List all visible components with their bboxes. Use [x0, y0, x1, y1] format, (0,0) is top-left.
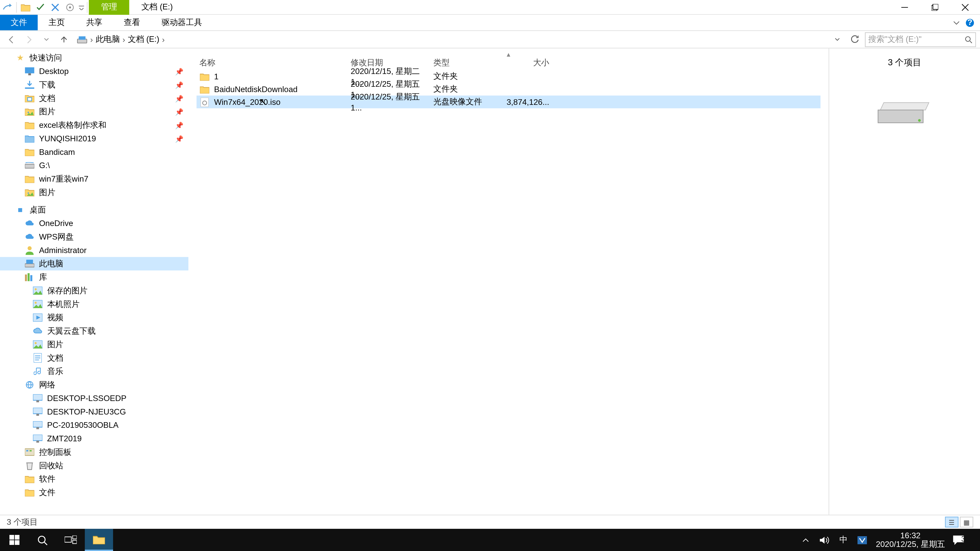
app-icon[interactable] — [0, 0, 15, 14]
qat-customize-dropdown[interactable] — [77, 4, 86, 10]
navigation-row: 此电脑 文档 (E:) 搜索"文档 (E:)" — [0, 31, 980, 48]
breadcrumb-root-icon[interactable] — [75, 35, 89, 44]
tree-item-label: 库 — [39, 272, 47, 283]
svg-rect-35 — [36, 427, 39, 429]
tree-qa-item[interactable]: YUNQISHI2019📌 — [0, 132, 188, 145]
search-input[interactable]: 搜索"文档 (E:)" — [865, 32, 976, 47]
tree-files-folder[interactable]: 文件 — [0, 486, 188, 499]
tree-qa-item[interactable]: 文档📌 — [0, 92, 188, 105]
tree-network-computer[interactable]: DESKTOP-NJEU3CG — [0, 405, 188, 419]
column-header-row: 名称 修改日期 类型 大小 — [197, 55, 821, 70]
tree-library-item[interactable]: 音乐 — [0, 365, 188, 378]
tree-qa-item[interactable]: 图片📌 — [0, 105, 188, 118]
forward-button[interactable] — [21, 32, 36, 47]
back-button[interactable] — [4, 32, 19, 47]
ribbon-tab-share[interactable]: 共享 — [75, 15, 113, 30]
ime-indicator[interactable]: 中 — [838, 534, 849, 546]
file-name: BaiduNetdiskDownload — [214, 84, 298, 94]
column-header-name[interactable]: 名称 — [197, 57, 348, 68]
navigation-tree[interactable]: ★ 快速访问 Desktop📌下载📌文档📌图片📌excel表格制作求和📌YUNQ… — [0, 48, 188, 515]
refresh-button[interactable] — [847, 35, 862, 44]
tree-network[interactable]: 网络 — [0, 378, 188, 392]
tree-desktop-item[interactable]: Administrator — [0, 244, 188, 257]
qat-folder-icon[interactable] — [18, 0, 33, 14]
qat-check-icon[interactable] — [33, 0, 48, 14]
desktop-icon: ■ — [15, 205, 25, 215]
tree-network-computer[interactable]: ZMT2019 — [0, 432, 188, 445]
breadcrumb-current[interactable]: 文档 (E:) — [127, 34, 161, 45]
qat-gear-icon[interactable] — [62, 0, 77, 14]
file-row[interactable]: 12020/12/15, 星期二 1...文件夹 — [197, 70, 821, 83]
tree-desktop-item[interactable]: WPS网盘 — [0, 230, 188, 244]
ribbon-tab-home[interactable]: 主页 — [38, 15, 76, 30]
tree-network-computer[interactable]: DESKTOP-LSSOEDP — [0, 392, 188, 405]
tree-qa-item[interactable]: Desktop📌 — [0, 65, 188, 78]
tree-desktop-item[interactable]: 此电脑 — [0, 257, 188, 270]
tree-item-label: PC-20190530OBLA — [47, 421, 119, 430]
tree-item-label: 下载 — [39, 79, 55, 91]
folder-icon — [24, 487, 35, 498]
action-center-icon[interactable]: 3 — [953, 535, 964, 545]
file-list[interactable]: ▲ 名称 修改日期 类型 大小 12020/12/15, 星期二 1...文件夹… — [188, 48, 829, 515]
tray-overflow-icon[interactable] — [800, 537, 811, 543]
recent-dropdown[interactable] — [39, 32, 54, 47]
ribbon-tab-drive-tools[interactable]: 驱动器工具 — [151, 15, 213, 30]
close-button[interactable] — [950, 0, 980, 14]
folder-icon — [24, 173, 35, 184]
volume-icon[interactable] — [819, 536, 830, 544]
tree-qa-item[interactable]: 图片 — [0, 186, 188, 199]
tree-library-item[interactable]: 保存的图片 — [0, 284, 188, 297]
start-button[interactable] — [0, 529, 28, 551]
breadcrumb-history-dropdown[interactable] — [831, 37, 843, 42]
qat-close-blue-icon[interactable] — [48, 0, 62, 14]
up-button[interactable] — [57, 32, 72, 47]
help-icon[interactable]: ? — [965, 18, 975, 27]
breadcrumb-this-pc[interactable]: 此电脑 — [94, 34, 121, 45]
tree-control-panel[interactable]: 控制面板 — [0, 445, 188, 459]
task-view-button[interactable] — [57, 529, 85, 551]
video-lib-icon — [32, 312, 43, 323]
tree-qa-item[interactable]: Bandicam — [0, 145, 188, 159]
contextual-manage-tab[interactable]: 管理 — [89, 0, 129, 14]
tree-ctrlpanel-label: 控制面板 — [39, 446, 72, 458]
tree-library-item[interactable]: 本机照片 — [0, 297, 188, 311]
file-row[interactable]: BaiduNetdiskDownload2020/12/25, 星期五 1...… — [197, 83, 821, 95]
tree-recycle-bin[interactable]: 回收站 — [0, 459, 188, 472]
maximize-button[interactable] — [920, 0, 950, 14]
drive-blue-icon — [24, 160, 35, 171]
breadcrumb[interactable]: 此电脑 文档 (E:) — [74, 32, 845, 47]
ribbon-tab-view[interactable]: 查看 — [113, 15, 151, 30]
ribbon-expand-icon[interactable] — [953, 19, 960, 26]
tree-software-folder[interactable]: 软件 — [0, 472, 188, 486]
tree-qa-item[interactable]: G:\ — [0, 159, 188, 172]
view-large-icons-button[interactable]: ▦ — [960, 516, 974, 527]
minimize-button[interactable] — [889, 0, 920, 14]
ribbon-tab-file[interactable]: 文件 — [0, 15, 38, 30]
tree-quick-access[interactable]: ★ 快速访问 — [0, 51, 188, 65]
svg-rect-16 — [25, 264, 35, 267]
cloud-blue-icon — [24, 231, 35, 242]
taskbar-clock[interactable]: 16:32 2020/12/25, 星期五 — [876, 531, 945, 549]
column-header-size[interactable]: 大小 — [498, 57, 552, 68]
view-details-button[interactable]: ☰ — [945, 516, 959, 527]
column-header-type[interactable]: 类型 — [431, 57, 498, 68]
tree-item-label: WPS网盘 — [39, 231, 73, 243]
taskbar-search-button[interactable] — [28, 529, 57, 551]
tree-desktop-root[interactable]: ■ 桌面 — [0, 203, 188, 217]
tree-desktop-item[interactable]: OneDrive — [0, 217, 188, 230]
pic-lib-icon — [32, 285, 43, 296]
control-panel-icon — [24, 447, 35, 457]
tree-desktop-item[interactable]: 库 — [0, 270, 188, 284]
taskbar-file-explorer[interactable] — [85, 529, 113, 551]
svg-rect-40 — [30, 450, 32, 451]
tree-library-item[interactable]: 文档 — [0, 351, 188, 365]
tree-library-item[interactable]: 视频 — [0, 311, 188, 324]
tray-app-icon[interactable] — [857, 536, 868, 544]
tree-network-computer[interactable]: PC-20190530OBLA — [0, 418, 188, 432]
tree-library-item[interactable]: 天翼云盘下载 — [0, 324, 188, 338]
tree-qa-item[interactable]: excel表格制作求和📌 — [0, 118, 188, 132]
tree-library-item[interactable]: 图片 — [0, 338, 188, 351]
tree-qa-item[interactable]: 下载📌 — [0, 78, 188, 92]
file-row[interactable]: Win7x64_2020.iso2020/12/25, 星期五 1...光盘映像… — [197, 96, 821, 108]
tree-qa-item[interactable]: win7重装win7 — [0, 172, 188, 186]
